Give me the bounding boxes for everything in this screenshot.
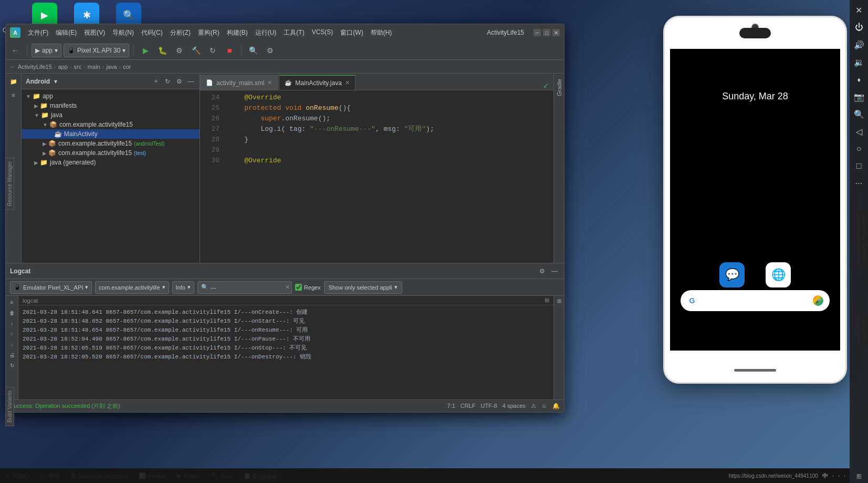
scroll-indicator[interactable]: ⊞	[557, 298, 561, 304]
stop-button[interactable]: ■	[222, 43, 237, 58]
tree-item-app[interactable]: ▼ 📁 app	[22, 91, 200, 101]
logcat-search-input[interactable]	[211, 284, 283, 291]
level-selector[interactable]: Info ▾	[172, 281, 194, 294]
tab-mainactivity[interactable]: ☕ MainActivity.java ✕	[279, 75, 355, 90]
settings-button[interactable]: ⚙	[263, 43, 277, 58]
phone-search-bar[interactable]: G 🎤	[681, 290, 830, 311]
breadcrumb-back[interactable]: ←	[10, 64, 16, 70]
device-selector[interactable]: 📱 Emulator Pixel_XL_API ▾	[10, 281, 92, 294]
menu-run[interactable]: 运行(U)	[252, 27, 280, 39]
build-variants-label[interactable]: Build Variants	[5, 387, 14, 426]
notifications-icon[interactable]: 🔔	[552, 403, 560, 409]
close-tab-xml[interactable]: ✕	[267, 79, 272, 86]
logcat-pause-btn[interactable]: ↑	[8, 330, 16, 338]
menu-nav[interactable]: 导航(N)	[109, 27, 137, 39]
build-button[interactable]: 🔨	[189, 43, 203, 58]
cursor-position[interactable]: 7:1	[447, 403, 455, 409]
lang-indicator[interactable]: 中	[822, 472, 828, 480]
minimize-button[interactable]: ─	[534, 29, 541, 36]
volume-up-icon[interactable]: 🔊	[852, 37, 866, 52]
menu-edit[interactable]: 编辑(E)	[53, 27, 80, 39]
line-ending[interactable]: CRLF	[461, 403, 476, 409]
logcat-columns-icon[interactable]: ⊞	[545, 297, 549, 303]
project-icon[interactable]: 📁	[8, 76, 19, 87]
charset[interactable]: UTF-8	[481, 403, 497, 409]
bc-5[interactable]: java	[106, 64, 117, 70]
menu-build[interactable]: 构建(B)	[224, 27, 251, 39]
logcat-next-btn[interactable]: ↓	[8, 340, 16, 348]
tree-item-pkg3[interactable]: ▶ 📦 com.example.activitylife15 (test)	[22, 148, 200, 158]
app-dropdown[interactable]: ▶ app ▾	[32, 44, 61, 57]
editor-content[interactable]: 24 25 26 27 28 29 30 @Override protected…	[200, 90, 553, 263]
recents-icon[interactable]: □	[852, 159, 866, 173]
logcat-print-btn[interactable]: 🖨	[8, 351, 16, 359]
run-button[interactable]: ▶	[138, 43, 153, 58]
camera-icon[interactable]: 📷	[852, 89, 866, 104]
attach-button[interactable]: ⚙	[172, 43, 186, 58]
checkmark-icon[interactable]: ✓	[543, 81, 549, 90]
regex-checkbox[interactable]: Regex	[295, 284, 321, 291]
menu-analyze[interactable]: 分析(Z)	[167, 27, 194, 39]
sync-tree-btn[interactable]: ↻	[163, 77, 172, 86]
logcat-minimize-btn[interactable]: —	[549, 266, 560, 276]
resource-manager-label[interactable]: Resource Manager	[5, 158, 14, 210]
menu-window[interactable]: 窗口(W)	[337, 27, 366, 39]
logcat-clear-btn[interactable]: 🗑	[8, 309, 16, 317]
logcat-settings-btn[interactable]: ⚙	[537, 266, 547, 276]
package-selector[interactable]: com.example.activitylife ▾	[95, 281, 169, 294]
errors-icon[interactable]: ☺	[541, 403, 547, 409]
tree-settings-btn[interactable]: ⚙	[174, 77, 184, 86]
bc-6[interactable]: cor	[123, 64, 131, 70]
bc-3[interactable]: src	[74, 64, 82, 70]
bc-2[interactable]: app	[58, 64, 67, 70]
messages-icon[interactable]: 💬	[719, 262, 745, 287]
menu-view[interactable]: 视图(V)	[81, 27, 108, 39]
maximize-button[interactable]: □	[543, 29, 550, 36]
bc-1[interactable]: ActivityLife15	[18, 64, 52, 70]
debug-button[interactable]: 🐛	[155, 43, 170, 58]
menu-help[interactable]: 帮助(H)	[368, 27, 395, 39]
back-icon[interactable]: ◁	[852, 124, 866, 139]
tree-item-manifests[interactable]: ▶ 📁 manifests	[22, 101, 200, 110]
close-btn[interactable]: ✕	[852, 3, 866, 17]
dropdown-arrow[interactable]: ▾	[54, 78, 57, 85]
structure-icon[interactable]: ≡	[8, 89, 19, 101]
tree-collapse-btn[interactable]: —	[186, 77, 195, 86]
zoom-icon[interactable]: 🔍	[852, 107, 866, 121]
warnings-icon[interactable]: ⚠	[531, 403, 536, 409]
code-editor[interactable]: @Override protected void onResume(){ sup…	[224, 90, 553, 263]
menu-vcs[interactable]: VCS(S)	[309, 27, 337, 39]
tree-item-java-gen[interactable]: ▶ 📁 java (generated)	[22, 158, 200, 167]
menu-tools[interactable]: 工具(T)	[280, 27, 307, 39]
new-file-btn[interactable]: ＋	[151, 77, 161, 86]
power-btn[interactable]: ⏻	[852, 20, 866, 35]
tab-activity-main[interactable]: 📄 activity_main.xml ✕	[200, 75, 278, 90]
close-tab-java[interactable]: ✕	[345, 79, 350, 86]
chrome-icon[interactable]: 🌐	[766, 262, 791, 287]
tree-item-pkg1[interactable]: ▼ 📦 com.example.activitylife15	[22, 120, 200, 129]
logcat-label-btn[interactable]: ≡	[8, 298, 16, 306]
gradle-label[interactable]: Gradle	[556, 79, 562, 96]
clear-search-icon[interactable]: ✕	[285, 284, 290, 291]
device-dropdown[interactable]: 📱 Pixel XL API 30 ▾	[64, 44, 129, 57]
logcat-wrap-btn[interactable]: ↻	[8, 361, 16, 369]
logcat-scroll-btn[interactable]: ↓	[8, 319, 16, 327]
close-button[interactable]: ✕	[552, 29, 560, 36]
menu-code[interactable]: 代码(C)	[138, 27, 166, 39]
tree-item-java[interactable]: ▼ 📁 java	[22, 110, 200, 120]
search-everywhere-button[interactable]: 🔍	[246, 43, 260, 58]
menu-refactor[interactable]: 重构(R)	[195, 27, 223, 39]
regex-checkbox-input[interactable]	[295, 284, 302, 291]
volume-down-icon[interactable]: 🔉	[852, 55, 866, 69]
tree-item-mainactivity[interactable]: ☕ MainActivity	[22, 129, 200, 139]
more-icon[interactable]: ···	[852, 176, 866, 191]
home-icon[interactable]: ○	[852, 141, 866, 156]
indent[interactable]: 4 spaces	[503, 403, 526, 409]
menu-file[interactable]: 文件(F)	[25, 27, 51, 39]
rotate-icon[interactable]: ⬧	[852, 72, 866, 87]
tree-item-pkg2[interactable]: ▶ 📦 com.example.activitylife15 (androidT…	[22, 139, 200, 148]
bc-4[interactable]: main	[88, 64, 100, 70]
filter-button[interactable]: Show only selected appli ▾	[324, 281, 402, 294]
logcat-search-box[interactable]: 🔍 ✕	[197, 281, 292, 294]
back-nav-button[interactable]: ←	[8, 43, 23, 58]
